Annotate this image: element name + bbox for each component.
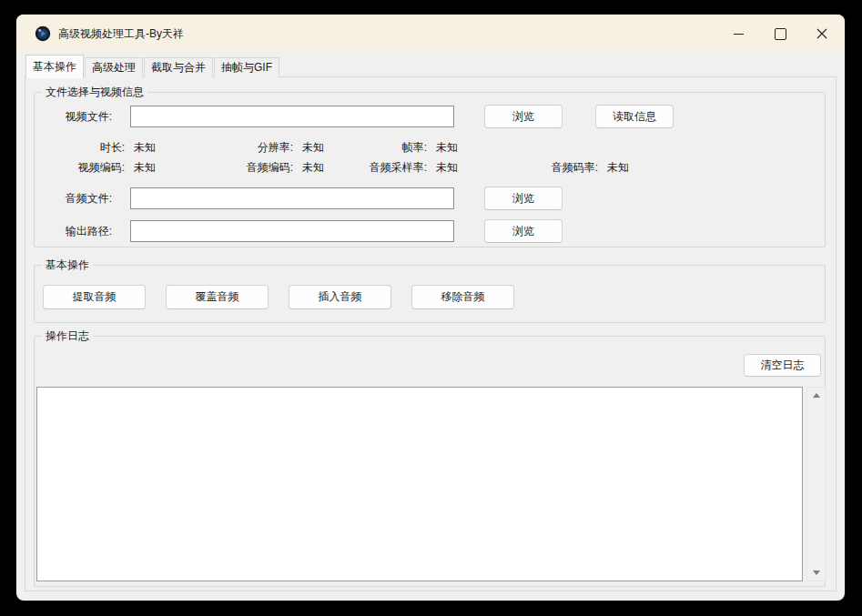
- output-browse-button[interactable]: 浏览: [484, 219, 563, 243]
- tab-bar: 基本操作 高级处理 截取与合并 抽帧与GIF: [25, 55, 280, 77]
- video-camera-lens-icon: [35, 25, 51, 42]
- app-window: 高级视频处理工具-By天祥 基本操作 高级处理 截取与合并 抽帧与GIF 文件选…: [16, 15, 845, 601]
- tab-basic-ops[interactable]: 基本操作: [25, 55, 84, 78]
- log-scrollbar[interactable]: [806, 387, 826, 581]
- group-basic-operations-title: 基本操作: [42, 258, 93, 273]
- window-title: 高级视频处理工具-By天祥: [58, 26, 184, 42]
- group-basic-operations: 基本操作 提取音频 覆盖音频 插入音频 移除音频: [34, 265, 826, 323]
- extract-audio-button[interactable]: 提取音频: [43, 285, 146, 309]
- audio-file-label: 音频文件:: [35, 191, 112, 205]
- tab-cut-merge[interactable]: 截取与合并: [144, 57, 213, 77]
- scroll-down-arrow-icon[interactable]: [807, 565, 825, 581]
- resolution-label: 分辨率:: [135, 140, 293, 154]
- replace-audio-button[interactable]: 覆盖音频: [166, 285, 269, 309]
- close-icon[interactable]: [801, 15, 843, 53]
- group-file-selection: 文件选择与视频信息 视频文件: 浏览 读取信息 时长: 未知 分辨率: 未知 帧…: [34, 92, 826, 247]
- tab-page-basic-ops: 文件选择与视频信息 视频文件: 浏览 读取信息 时长: 未知 分辨率: 未知 帧…: [25, 76, 837, 591]
- window-controls: [717, 15, 843, 53]
- framerate-label: 帧率:: [308, 140, 427, 154]
- read-info-button[interactable]: 读取信息: [595, 105, 674, 128]
- tab-frames-gif[interactable]: 抽帧与GIF: [214, 57, 279, 77]
- video-browse-button[interactable]: 浏览: [484, 105, 563, 128]
- output-path-label: 输出路径:: [35, 224, 112, 237]
- audio-browse-button[interactable]: 浏览: [484, 187, 563, 210]
- titlebar[interactable]: 高级视频处理工具-By天祥: [16, 15, 845, 53]
- maximize-icon[interactable]: [759, 15, 801, 53]
- audio-bitrate-label: 音频码率:: [472, 160, 598, 174]
- group-file-selection-title: 文件选择与视频信息: [42, 85, 147, 100]
- scroll-up-arrow-icon[interactable]: [807, 388, 825, 403]
- tab-advanced[interactable]: 高级处理: [85, 57, 143, 77]
- log-textarea[interactable]: [36, 387, 803, 581]
- group-operation-log-title: 操作日志: [42, 328, 93, 344]
- minimize-icon[interactable]: [717, 15, 759, 53]
- video-codec-label: 视频编码:: [35, 160, 125, 174]
- remove-audio-button[interactable]: 移除音频: [411, 285, 514, 309]
- duration-label: 时长:: [35, 140, 125, 154]
- clear-log-button[interactable]: 清空日志: [744, 354, 821, 377]
- audio-bitrate-value: 未知: [607, 160, 629, 174]
- output-path-input[interactable]: [130, 220, 454, 242]
- video-file-label: 视频文件:: [35, 109, 112, 123]
- audio-file-input[interactable]: [130, 187, 454, 209]
- audio-samplerate-label: 音频采样率:: [308, 160, 427, 174]
- framerate-value: 未知: [436, 140, 458, 154]
- insert-audio-button[interactable]: 插入音频: [289, 285, 391, 309]
- video-file-input[interactable]: [130, 106, 454, 127]
- audio-codec-label: 音频编码:: [135, 160, 293, 174]
- audio-samplerate-value: 未知: [436, 160, 458, 174]
- group-operation-log: 操作日志 清空日志: [34, 336, 826, 587]
